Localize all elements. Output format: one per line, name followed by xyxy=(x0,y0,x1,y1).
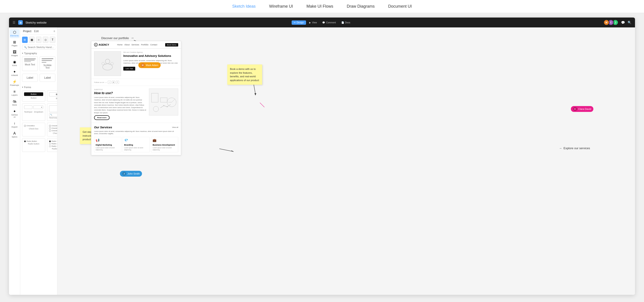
icon-sidebar: ⬡ Elements ⊞ Pages 🖼 Images ◉ Icons xyxy=(9,27,20,295)
elements-panel: Project Edit + ⊞ ▦ ○ ◇ T 🔍 xyxy=(20,27,57,295)
hamburger-icon[interactable]: ☰ xyxy=(12,21,16,24)
input-select-element[interactable]: ▾ TextInput Dropdown xyxy=(22,103,45,121)
search-input[interactable] xyxy=(28,46,57,48)
wf-hero: We are Creative Agency Innovative and Ad… xyxy=(91,48,181,79)
sidebar-item-pages[interactable]: ⊞ Pages xyxy=(10,39,20,48)
title-bar-center: ✏ Design ▶ View 💬 Comment 📄 Docs xyxy=(58,20,586,25)
forms-items-grid: Button Button Button Button ▾ xyxy=(22,90,55,152)
wf-logo-icon: A xyxy=(94,43,98,46)
title-bar-right: M C J 💬 🔍 xyxy=(586,19,632,25)
search-icon[interactable]: 🔍 xyxy=(628,21,632,24)
textarea-searchbox-element[interactable]: 🔍 TextArea SearchBox xyxy=(47,103,57,121)
sidebar-item-powerups[interactable]: ⚡ Powerups xyxy=(10,79,20,88)
clara-david-avatar: C xyxy=(573,107,577,111)
wf-hero-subtitle: We are Creative Agency xyxy=(123,51,178,53)
typography-items: Mock Text Scribble Text xyxy=(22,56,55,71)
sidebar-item-genius-ai[interactable]: ✦ Genius AI xyxy=(10,108,20,120)
wf-nav: Home About Services Portfolio Contact xyxy=(117,44,157,46)
comment-mode-button[interactable]: 💬 Comment xyxy=(320,20,338,25)
canvas-area[interactable]: Discover our portfolio → → Explore our s… xyxy=(58,27,635,295)
wf-business-icon: 💼 xyxy=(152,139,157,143)
design-mode-button[interactable]: ✏ Design xyxy=(292,20,306,25)
wf-service-digital-marketing: 📢 Digital Marketing Lorem ipsum dolor si… xyxy=(94,137,121,152)
add-panel-button[interactable]: + xyxy=(53,29,55,33)
element-type-table[interactable]: ▦ xyxy=(29,37,35,43)
element-type-circle[interactable]: ○ xyxy=(36,37,42,43)
sidebar-item-specs[interactable]: A Specs xyxy=(10,130,20,139)
nav-sketch-ideas[interactable]: Sketch Ideas xyxy=(232,4,256,9)
sidebar-item-images[interactable]: 🖼 Images xyxy=(10,49,20,58)
john-smith-avatar: J xyxy=(122,172,126,176)
sidebar-item-layers[interactable]: ≡ Layers xyxy=(10,89,20,98)
label-element-1[interactable]: Label xyxy=(22,74,38,82)
wf-twitter-icon: ✦ xyxy=(116,81,119,84)
tab-project[interactable]: Project xyxy=(22,29,32,33)
annotation-discover: Discover our portfolio → xyxy=(101,36,134,40)
svg-point-21 xyxy=(163,105,164,106)
svg-rect-16 xyxy=(160,98,167,102)
app-window: ☰ ▦ Sketchy website ✏ Design ▶ View 💬 Co… xyxy=(9,17,635,295)
user-badge-clara-david: C Clara David xyxy=(571,106,593,112)
chat-icon[interactable]: 💬 xyxy=(621,21,625,24)
wf-service-business-development: 💼 Business Development Lorem ipsum dolor… xyxy=(151,137,178,152)
view-icon: ▶ xyxy=(309,21,311,24)
element-type-text[interactable]: T xyxy=(50,37,55,43)
tab-edit[interactable]: Edit xyxy=(33,29,40,33)
pages-icon: ⊞ xyxy=(13,40,16,44)
sidebar-item-elements[interactable]: ⬡ Elements xyxy=(10,29,20,38)
mark-adam-avatar: M xyxy=(141,63,145,67)
checkbox-element[interactable]: ✓ CheckBox Check box xyxy=(22,123,45,136)
wf-services-desc: Lorem ipsum dolor sit amet, consectetur … xyxy=(94,130,178,135)
element-type-grid[interactable]: ⊞ xyxy=(22,37,28,43)
export-icon: ↑ xyxy=(14,122,16,125)
wf-section2-desc: Lorem ipsum dolor sit amet, consectetur … xyxy=(94,96,146,114)
view-mode-button[interactable]: ▶ View xyxy=(307,20,319,25)
user-badge-mark-adam: M Mark Adam xyxy=(138,62,161,68)
svg-rect-15 xyxy=(152,93,158,102)
svg-line-5 xyxy=(220,149,233,151)
radio-button-element[interactable]: Radio Button Radio button xyxy=(22,138,45,152)
mock-text-element[interactable]: Mock Text xyxy=(22,56,38,71)
label-element-2[interactable]: Label xyxy=(40,74,55,82)
sidebar-item-store[interactable]: 🛍 Store xyxy=(10,98,20,107)
checkbox-list-element[interactable]: ✓CheckBox 1 CheckBox 2 CheckBox 3 Checkb… xyxy=(47,123,57,136)
wf-hero-image xyxy=(94,51,121,76)
nav-wireframe-ui[interactable]: Wireframe UI xyxy=(269,4,293,9)
wf-branding-icon: 💎 xyxy=(124,139,129,143)
sticky-note-book-demo[interactable]: Book a demo with us to explore the featu… xyxy=(227,64,262,85)
wf-book-demo-button[interactable]: Book Demo xyxy=(165,43,178,46)
wf-read-more-button[interactable]: Read more xyxy=(94,115,110,120)
wf-view-all-button[interactable]: View all xyxy=(172,126,178,128)
nav-make-ui-flows[interactable]: Make UI Flows xyxy=(306,4,333,9)
scribble-text-element[interactable]: Scribble Text xyxy=(40,56,55,71)
left-panel: ⬡ Elements ⊞ Pages 🖼 Images ◉ Icons xyxy=(9,27,58,295)
sidebar-item-export[interactable]: ↑ Export xyxy=(10,121,20,130)
docs-mode-button[interactable]: 📄 Docs xyxy=(339,20,352,25)
top-navigation: Sketch Ideas Wireframe UI Make UI Flows … xyxy=(0,0,644,13)
annotation-services: → Explore our services xyxy=(559,147,590,150)
svg-point-11 xyxy=(102,62,104,65)
wf-lets-talk-button[interactable]: Let's Talk xyxy=(123,67,135,71)
button-white-element[interactable]: Button Button xyxy=(47,90,57,102)
sidebar-item-artwork[interactable]: ✦ Artwork xyxy=(10,69,20,78)
svg-point-9 xyxy=(105,59,110,64)
app-icon: ▦ xyxy=(18,20,23,25)
button-black-element[interactable]: Button Button xyxy=(22,90,45,102)
element-type-shape[interactable]: ◇ xyxy=(43,37,48,43)
nav-document-ui[interactable]: Document UI xyxy=(388,4,412,9)
wf-instagram-icon: ◉ xyxy=(112,81,115,84)
wf-services-grid: 📢 Digital Marketing Lorem ipsum dolor si… xyxy=(94,137,178,152)
svg-point-22 xyxy=(167,106,168,107)
svg-line-18 xyxy=(172,99,175,102)
sidebar-item-icons[interactable]: ◉ Icons xyxy=(10,59,20,68)
radio-list-element[interactable]: Radio 1 Radio 2 Radio 3 Radiobutton list xyxy=(47,138,57,152)
avatar-group: M C J xyxy=(605,19,618,25)
powerups-icon: ⚡ xyxy=(12,80,17,84)
comment-icon: 💬 xyxy=(322,21,325,24)
wf-how-to-use-section: SUBTITLE How to use? Lorem ipsum dolor s… xyxy=(91,86,181,123)
images-icon: 🖼 xyxy=(13,50,16,54)
nav-draw-diagrams[interactable]: Draw Diagrams xyxy=(347,4,375,9)
wireframe-container[interactable]: A AGENCY Home About Services Portfolio C… xyxy=(91,41,181,155)
app-title: Sketchy website xyxy=(26,21,46,24)
svg-line-4 xyxy=(260,103,264,107)
